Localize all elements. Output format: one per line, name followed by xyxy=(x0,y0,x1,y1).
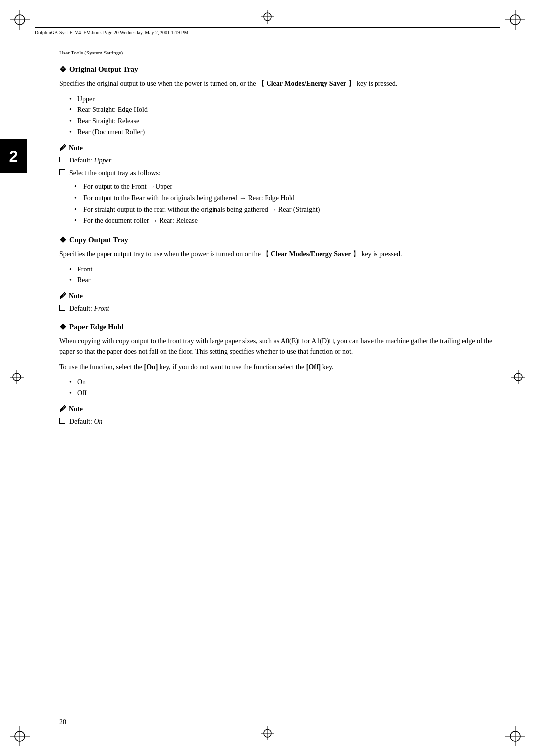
checkbox-icon-2 xyxy=(59,169,65,175)
paper-edge-hold-note: 🖉 Note Default: On xyxy=(59,405,495,427)
list-item: For output to the Front →Upper xyxy=(74,181,495,192)
copy-output-tray-bullets: Front Rear xyxy=(69,264,495,286)
original-output-tray-note: 🖉 Note Default: Upper Select the output … xyxy=(59,144,495,226)
list-item: For the document roller → Rear: Release xyxy=(74,215,495,226)
corner-mark-tl xyxy=(10,10,30,30)
copy-output-tray-title: Copy Output Tray xyxy=(69,236,128,244)
content-area: User Tools (System Settings) ❖ Original … xyxy=(59,50,495,435)
header-bar: DolphinGB-Syst-F_V4_FM.book Page 20 Wedn… xyxy=(35,27,500,35)
list-item: Rear Straight: Edge Hold xyxy=(69,105,495,115)
note-item-3: Default: Front xyxy=(59,303,495,314)
note-pencil-icon-1: 🖉 xyxy=(59,144,66,152)
corner-mark-tr xyxy=(505,10,525,30)
note-text-2: Select the output tray as follows: xyxy=(69,168,160,178)
note-heading-3: 🖉 Note xyxy=(59,405,495,413)
list-item: Upper xyxy=(69,94,495,105)
list-item: Rear (Document Roller) xyxy=(69,127,495,138)
note-sub-bullets-1: For output to the Front →Upper For outpu… xyxy=(74,181,495,226)
list-item: For output to the Rear with the original… xyxy=(74,192,495,204)
corner-mark-bl xyxy=(10,726,30,746)
section-paper-edge-hold: ❖ Paper Edge Hold When copying with copy… xyxy=(59,323,495,427)
note-text-3: Default: Front xyxy=(69,303,109,314)
note-label-3: Note xyxy=(69,405,83,413)
list-item: Rear xyxy=(69,275,495,286)
diamond-icon-2: ❖ xyxy=(59,235,66,245)
original-output-tray-bullets: Upper Rear Straight: Edge Hold Rear Stra… xyxy=(69,94,495,138)
note-pencil-icon-3: 🖉 xyxy=(59,405,66,413)
paper-edge-hold-heading: ❖ Paper Edge Hold xyxy=(59,323,495,332)
checkbox-icon-3 xyxy=(59,305,65,311)
note-label-1: Note xyxy=(69,144,83,152)
section-label: User Tools (System Settings) xyxy=(59,50,495,57)
corner-mark-br xyxy=(505,726,525,746)
list-item: Rear Straight: Release xyxy=(69,116,495,127)
checkbox-icon-1 xyxy=(59,157,65,162)
diamond-icon-3: ❖ xyxy=(59,323,66,332)
checkbox-icon-4 xyxy=(59,418,65,424)
section-copy-output-tray: ❖ Copy Output Tray Specifies the paper o… xyxy=(59,235,495,314)
note-heading-1: 🖉 Note xyxy=(59,144,495,152)
bottom-center-mark xyxy=(261,726,274,742)
note-item-1: Default: Upper xyxy=(59,155,495,165)
paper-edge-hold-title: Paper Edge Hold xyxy=(69,323,124,331)
note-heading-2: 🖉 Note xyxy=(59,292,495,300)
note-item-2: Select the output tray as follows: xyxy=(59,168,495,178)
diamond-icon-1: ❖ xyxy=(59,65,66,74)
list-item: Off xyxy=(69,388,495,399)
paper-edge-hold-body1: When copying with copy output to the fro… xyxy=(59,336,495,357)
copy-output-tray-heading: ❖ Copy Output Tray xyxy=(59,235,495,245)
left-center-mark xyxy=(10,370,24,386)
side-tab-number: 2 xyxy=(9,147,18,165)
note-text-1: Default: Upper xyxy=(69,155,111,165)
paper-edge-hold-body2: To use the function, select the [On] key… xyxy=(59,362,495,372)
page-number: 20 xyxy=(59,718,66,726)
header-filename: DolphinGB-Syst-F_V4_FM.book Page 20 Wedn… xyxy=(35,30,188,35)
paper-edge-hold-bullets: On Off xyxy=(69,377,495,399)
note-item-4: Default: On xyxy=(59,416,495,427)
copy-output-tray-body: Specifies the paper output tray to use w… xyxy=(59,249,495,259)
side-tab: 2 xyxy=(0,139,27,173)
original-output-tray-title: Original Output Tray xyxy=(69,65,138,74)
note-label-2: Note xyxy=(69,292,83,300)
copy-output-tray-note: 🖉 Note Default: Front xyxy=(59,292,495,314)
section-original-output-tray: ❖ Original Output Tray Specifies the ori… xyxy=(59,65,495,226)
list-item: For straight output to the rear. without… xyxy=(74,204,495,215)
list-item: Front xyxy=(69,264,495,275)
main-content: ❖ Original Output Tray Specifies the ori… xyxy=(59,65,495,427)
page-container: DolphinGB-Syst-F_V4_FM.book Page 20 Wedn… xyxy=(0,0,535,756)
top-center-mark xyxy=(261,10,274,26)
original-output-tray-heading: ❖ Original Output Tray xyxy=(59,65,495,74)
note-text-4: Default: On xyxy=(69,416,103,427)
note-pencil-icon-2: 🖉 xyxy=(59,292,66,300)
right-center-mark xyxy=(511,370,525,386)
list-item: On xyxy=(69,377,495,388)
original-output-tray-body: Specifies the original output to use whe… xyxy=(59,78,495,89)
